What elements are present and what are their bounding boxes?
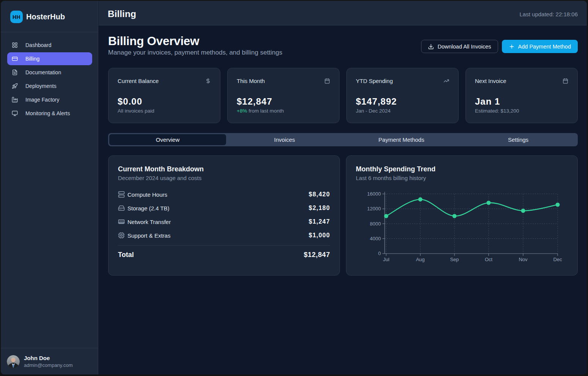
svg-text:Dec: Dec	[553, 257, 562, 262]
svg-text:Oct: Oct	[485, 257, 493, 262]
svg-text:8000: 8000	[370, 221, 381, 227]
svg-text:Nov: Nov	[519, 257, 528, 262]
svg-text:12000: 12000	[367, 206, 381, 212]
svg-text:16000: 16000	[367, 191, 381, 197]
svg-text:Aug: Aug	[416, 257, 424, 262]
svg-text:Sep: Sep	[450, 257, 459, 262]
svg-text:4000: 4000	[370, 236, 381, 241]
svg-text:0: 0	[378, 251, 381, 256]
svg-text:Jul: Jul	[383, 257, 390, 262]
